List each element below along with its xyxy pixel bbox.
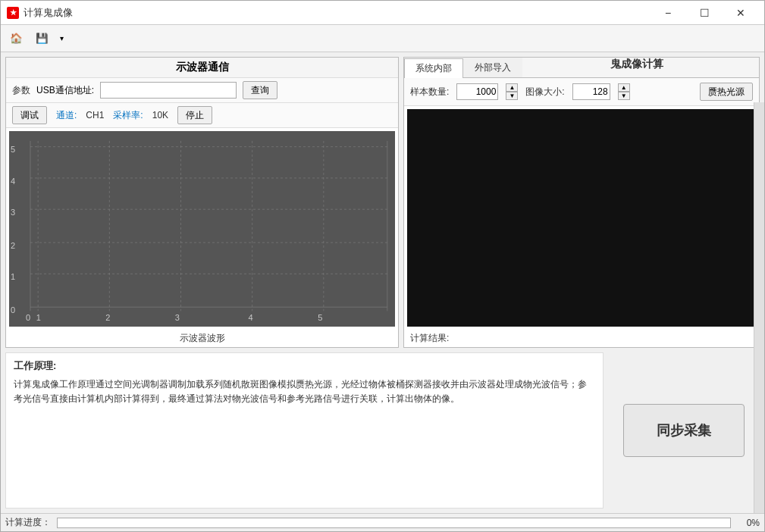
- home-button[interactable]: 🏠: [4, 28, 28, 49]
- tab-system-internal[interactable]: 系统内部: [404, 58, 463, 78]
- stop-button[interactable]: 停止: [177, 106, 212, 124]
- image-size-label: 图像大小:: [525, 86, 564, 99]
- app-icon: ★: [7, 7, 19, 19]
- samplerate-value: 10K: [152, 110, 168, 120]
- svg-text:4: 4: [11, 177, 15, 186]
- ghost-controls: 样本数量: ▲ ▼ 图像大小: ▲ ▼ 赝热光源: [404, 78, 759, 106]
- channel-label: 通道:: [56, 109, 77, 122]
- desc-title: 工作原理:: [14, 359, 595, 373]
- description-box: 工作原理: 计算鬼成像工作原理通过空间光调制器调制加载系列随机散斑图像模拟赝热光…: [5, 352, 604, 509]
- image-size-input[interactable]: [572, 83, 610, 100]
- title-bar: ★ 计算鬼成像 − ☐ ✕: [1, 1, 764, 25]
- svg-rect-26: [407, 109, 756, 327]
- toolbar: 🏠 💾 ▾: [1, 25, 764, 52]
- home-icon: 🏠: [10, 33, 23, 44]
- svg-text:2: 2: [11, 241, 15, 250]
- svg-text:2: 2: [105, 313, 110, 322]
- svg-text:1: 1: [36, 313, 41, 322]
- sample-spinner: ▲ ▼: [506, 83, 518, 100]
- oscilloscope-chart: 5 4 3 2 1 0 0 1 2 3 4 5: [9, 131, 395, 327]
- ghost-imaging-panel: 系统内部 外部导入 鬼成像计算 样本数量: ▲ ▼ 图像大小:: [403, 57, 760, 348]
- window-title: 计算鬼成像: [24, 6, 73, 20]
- result-label: 计算结果:: [404, 330, 759, 347]
- dropdown-button[interactable]: ▾: [55, 28, 67, 49]
- save-button[interactable]: 💾: [30, 28, 54, 49]
- status-pct: 0%: [737, 518, 760, 528]
- svg-text:0: 0: [11, 305, 15, 315]
- dropdown-icon: ▾: [60, 34, 64, 42]
- osc-controls-row2: 调试 通道: CH1 采样率: 10K 停止: [6, 103, 398, 128]
- samplerate-label: 采样率:: [113, 109, 143, 122]
- chart-label: 示波器波形: [6, 330, 398, 347]
- svg-text:0: 0: [26, 313, 30, 322]
- osc-panel-header: 示波器通信: [6, 58, 398, 78]
- ghost-image-area: [407, 109, 756, 327]
- svg-text:1: 1: [11, 272, 15, 281]
- chart-svg: 5 4 3 2 1 0 0 1 2 3 4 5: [9, 131, 395, 327]
- usb-input[interactable]: [100, 82, 237, 99]
- ghost-panel-header: 鬼成像计算: [522, 58, 759, 77]
- sample-input[interactable]: [456, 83, 498, 100]
- osc-controls-row1: 参数 USB通信地址: 查询: [6, 78, 398, 103]
- desc-text: 计算鬼成像工作原理通过空间光调制器调制加载系列随机散斑图像模拟赝热光源，光经过物…: [14, 377, 595, 406]
- debug-button[interactable]: 调试: [12, 106, 47, 124]
- ghost-image-svg: [407, 109, 756, 327]
- svg-text:4: 4: [249, 313, 253, 322]
- sample-spin-down[interactable]: ▼: [506, 92, 518, 100]
- close-button[interactable]: ✕: [723, 4, 758, 22]
- svg-text:5: 5: [11, 145, 15, 154]
- bottom-section: 工作原理: 计算鬼成像工作原理通过空间光调制器调制加载系列随机散斑图像模拟赝热光…: [1, 348, 764, 513]
- svg-text:3: 3: [175, 313, 180, 322]
- heat-source-button[interactable]: 赝热光源: [700, 83, 753, 101]
- panels-row: 示波器通信 参数 USB通信地址: 查询 调试 通道: CH1 采样率: 10K…: [1, 52, 764, 348]
- tab-external-import[interactable]: 外部导入: [463, 58, 522, 77]
- progress-bar: [57, 518, 731, 528]
- svg-text:3: 3: [11, 208, 15, 217]
- svg-rect-0: [9, 131, 395, 327]
- query-button[interactable]: 查询: [243, 81, 277, 99]
- image-size-spin-down[interactable]: ▼: [618, 92, 630, 100]
- title-bar-left: ★ 计算鬼成像: [7, 6, 73, 20]
- sync-btn-area: 同步采集: [608, 352, 760, 509]
- image-size-spin-up[interactable]: ▲: [618, 83, 630, 92]
- save-icon: 💾: [36, 33, 49, 44]
- oscilloscope-panel: 示波器通信 参数 USB通信地址: 查询 调试 通道: CH1 采样率: 10K…: [5, 57, 399, 348]
- sample-spin-up[interactable]: ▲: [506, 83, 518, 92]
- param-label: 参数: [12, 84, 30, 97]
- status-bar: 计算进度： 0%: [1, 513, 764, 531]
- right-edge: [754, 102, 764, 513]
- minimize-button[interactable]: −: [651, 4, 685, 22]
- status-label: 计算进度：: [5, 516, 51, 529]
- title-controls: − ☐ ✕: [651, 4, 758, 22]
- svg-text:5: 5: [318, 313, 322, 322]
- main-content: 示波器通信 参数 USB通信地址: 查询 调试 通道: CH1 采样率: 10K…: [1, 52, 764, 531]
- usb-label: USB通信地址:: [36, 84, 94, 97]
- sync-collect-button[interactable]: 同步采集: [623, 404, 745, 457]
- channel-value: CH1: [86, 110, 104, 120]
- sample-label: 样本数量:: [410, 86, 449, 99]
- maximize-button[interactable]: ☐: [687, 4, 722, 22]
- image-size-spinner: ▲ ▼: [618, 83, 630, 100]
- tabs-row: 系统内部 外部导入: [404, 58, 522, 77]
